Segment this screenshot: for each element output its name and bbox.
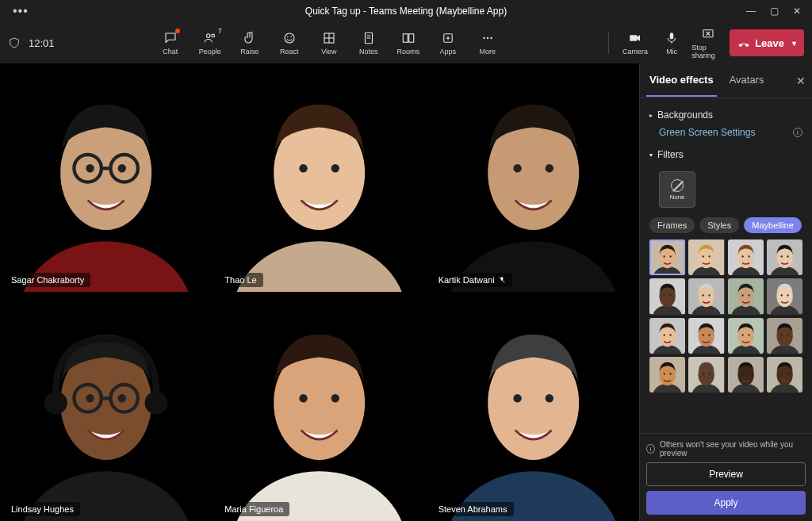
svg-point-86 <box>664 295 665 297</box>
notes-label: Notes <box>359 48 378 56</box>
svg-point-127 <box>669 373 671 374</box>
svg-point-112 <box>709 334 710 335</box>
react-button[interactable]: React <box>273 25 306 60</box>
svg-point-136 <box>741 373 743 374</box>
privacy-shield-icon[interactable] <box>8 36 21 50</box>
svg-point-96 <box>741 295 743 297</box>
svg-point-126 <box>664 373 665 374</box>
filter-thumbnail[interactable] <box>767 357 802 393</box>
participant-tile[interactable]: Maria Figueroa <box>213 293 425 522</box>
svg-point-97 <box>748 295 749 297</box>
participant-name: Thao Le <box>224 275 256 285</box>
toolbar-divider <box>608 32 609 54</box>
tab-avatars[interactable]: Avatars <box>726 64 768 97</box>
svg-point-16 <box>483 36 485 38</box>
filter-none[interactable]: None <box>659 171 695 208</box>
close-window-icon[interactable]: ✕ <box>793 6 801 17</box>
video-feed <box>0 63 212 292</box>
participant-tile[interactable]: Steven Abrahams <box>427 293 639 522</box>
svg-point-4 <box>290 36 292 37</box>
filter-thumbnail[interactable] <box>688 357 724 393</box>
apps-button[interactable]: Apps <box>431 25 465 60</box>
svg-point-132 <box>709 373 710 374</box>
svg-point-71 <box>703 255 704 257</box>
preview-button[interactable]: Preview <box>646 462 806 486</box>
apply-button[interactable]: Apply <box>646 491 806 515</box>
filter-thumbnail[interactable] <box>688 239 724 275</box>
svg-point-87 <box>669 295 671 297</box>
react-icon <box>282 31 297 45</box>
notes-button[interactable]: Notes <box>352 25 385 60</box>
no-filter-icon <box>671 179 684 192</box>
chat-button[interactable]: Chat <box>154 25 187 60</box>
video-feed <box>213 63 425 292</box>
camera-icon <box>628 31 642 45</box>
svg-point-122 <box>787 334 788 335</box>
green-screen-link[interactable]: Green Screen Settings i <box>649 127 802 138</box>
chip-styles[interactable]: Styles <box>699 217 739 233</box>
participant-tile[interactable]: Thao Le <box>213 63 425 292</box>
filter-thumbnail[interactable] <box>688 318 724 354</box>
info-icon[interactable]: i <box>793 128 802 137</box>
view-button[interactable]: View <box>312 25 346 60</box>
filters-label: Filters <box>657 149 684 160</box>
filter-thumbnail[interactable] <box>767 318 802 354</box>
chat-label: Chat <box>163 48 178 56</box>
filter-thumbnail[interactable] <box>767 278 802 314</box>
filter-thumbnail[interactable] <box>728 357 764 393</box>
tab-video-effects[interactable]: Video effects <box>646 64 717 97</box>
more-button[interactable]: More <box>471 25 504 60</box>
participant-tile[interactable]: Lindsay Hughes <box>0 293 212 522</box>
filter-thumbnail[interactable] <box>728 278 764 314</box>
participant-name: Kartik Datwani <box>439 275 495 285</box>
raise-button[interactable]: Raise <box>233 25 266 60</box>
filter-thumbnail[interactable] <box>649 278 685 314</box>
filter-thumbnail[interactable] <box>649 239 685 275</box>
leave-button[interactable]: Leave ▾ <box>730 29 804 56</box>
badge-icon <box>175 29 180 33</box>
filter-thumbnail[interactable] <box>649 318 685 354</box>
participant-nameplate: Steven Abrahams <box>432 502 514 516</box>
svg-rect-19 <box>670 33 674 39</box>
close-panel-icon[interactable]: ✕ <box>796 75 806 87</box>
raise-label: Raise <box>240 48 259 56</box>
mic-button[interactable]: Mic <box>655 25 688 60</box>
raise-icon <box>243 31 257 45</box>
chip-frames[interactable]: Frames <box>649 217 695 233</box>
people-button[interactable]: 7People <box>193 25 227 60</box>
svg-rect-11 <box>403 33 408 42</box>
filter-thumbnail[interactable] <box>649 357 685 393</box>
stop-sharing-button[interactable]: Stop sharing <box>691 25 725 60</box>
svg-point-57 <box>331 394 339 402</box>
preview-warning-text: Others won't see your video while you pr… <box>660 440 806 458</box>
none-label: None <box>669 193 684 201</box>
filter-thumbnail[interactable] <box>688 278 724 314</box>
chip-maybelline[interactable]: Maybelline <box>744 217 802 233</box>
minimize-icon[interactable]: — <box>746 6 756 17</box>
filter-thumbnail[interactable] <box>728 318 764 354</box>
chevron-down-icon[interactable]: ▾ <box>792 39 796 48</box>
camera-button[interactable]: Camera <box>619 25 652 60</box>
participant-tile[interactable]: Sagar Chakraborty <box>0 63 212 292</box>
rooms-button[interactable]: Rooms <box>392 25 425 60</box>
more-menu-icon[interactable]: ••• <box>13 4 29 18</box>
people-count: 7 <box>218 27 222 35</box>
filter-thumbnail[interactable] <box>728 239 764 275</box>
meeting-toolbar: 12:01 Chat7PeopleRaiseReactViewNotesRoom… <box>0 22 812 63</box>
maximize-icon[interactable]: ▢ <box>770 6 779 17</box>
green-screen-label: Green Screen Settings <box>659 127 755 138</box>
svg-point-67 <box>669 255 671 257</box>
section-backgrounds[interactable]: ▸ Backgrounds <box>649 105 802 125</box>
filter-thumbnail[interactable] <box>767 239 802 275</box>
section-filters[interactable]: ▾ Filters <box>649 144 802 165</box>
stop-sharing-label: Stop sharing <box>691 44 725 59</box>
info-icon: i <box>646 444 655 454</box>
svg-point-30 <box>118 164 126 172</box>
rooms-label: Rooms <box>397 48 420 56</box>
svg-rect-12 <box>409 33 414 42</box>
svg-point-141 <box>780 373 782 374</box>
participant-name: Steven Abrahams <box>439 504 508 514</box>
participant-tile[interactable]: Kartik Datwani <box>427 63 639 292</box>
svg-point-61 <box>513 394 521 402</box>
svg-point-17 <box>487 36 488 38</box>
